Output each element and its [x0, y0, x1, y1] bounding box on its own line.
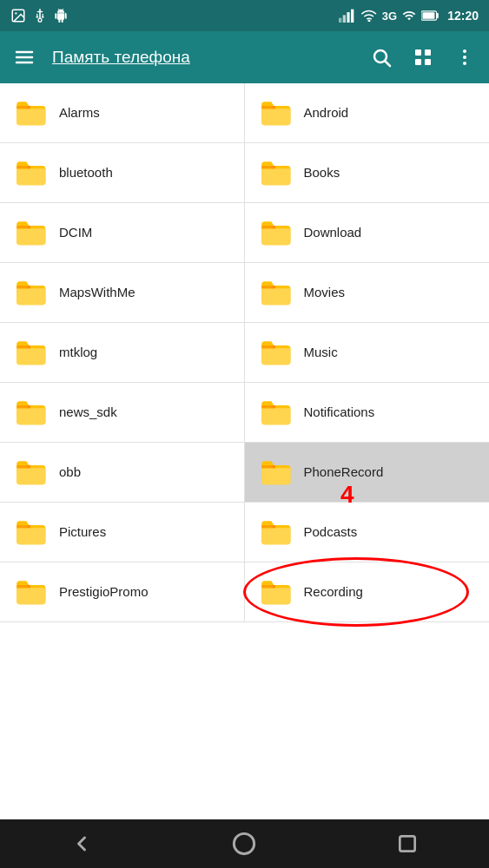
folder-name: Notifications [304, 404, 375, 420]
folder-item[interactable]: Alarms [0, 83, 245, 143]
folder-item[interactable]: PrestigioPromo [0, 562, 245, 622]
folder-item[interactable]: Music [245, 323, 490, 383]
network-label: 3G [382, 10, 397, 23]
svg-rect-12 [351, 10, 354, 23]
folder-icon [259, 339, 292, 366]
folder-icon [14, 398, 47, 426]
home-button[interactable] [218, 819, 270, 868]
file-grid: Alarms Android bluetooth Books DCIM Down… [0, 83, 489, 622]
folder-name: Download [304, 225, 362, 240]
recent-apps-button[interactable] [381, 819, 433, 868]
svg-rect-25 [425, 59, 431, 65]
folder-name: Books [304, 165, 340, 181]
folder-icon [259, 279, 292, 306]
svg-point-1 [15, 12, 17, 14]
file-list: Alarms Android bluetooth Books DCIM Down… [0, 83, 489, 819]
page-title: Память телефона [49, 48, 357, 67]
folder-icon [14, 279, 47, 306]
grid-view-button[interactable] [406, 40, 440, 75]
folder-name: DCIM [59, 225, 92, 240]
folder-item[interactable]: Android [245, 83, 490, 143]
status-bar: 3G 12:20 [0, 0, 489, 31]
folder-item[interactable]: Books [245, 143, 490, 203]
svg-point-26 [463, 49, 466, 53]
folder-name: Recording [304, 584, 363, 600]
svg-rect-46 [261, 585, 274, 588]
folder-item[interactable]: bluetooth [0, 143, 245, 203]
folder-item[interactable]: PhoneRecord [245, 443, 490, 503]
folder-name: Android [304, 105, 349, 121]
svg-rect-34 [261, 226, 274, 228]
folder-icon [14, 339, 47, 366]
folder-item[interactable]: Recording [245, 562, 490, 622]
navigation-bar [0, 819, 489, 868]
folder-item[interactable]: news_sdk [0, 383, 245, 443]
folder-item[interactable]: obb [0, 443, 245, 503]
back-button[interactable] [56, 819, 108, 868]
folder-item[interactable]: mtklog [0, 323, 245, 383]
folder-name: obb [59, 464, 81, 480]
more-options-button[interactable] [447, 40, 482, 75]
svg-point-47 [235, 833, 254, 853]
svg-rect-9 [339, 18, 341, 23]
svg-rect-48 [400, 836, 414, 851]
folder-name: Podcasts [304, 524, 358, 540]
svg-rect-30 [261, 106, 274, 108]
svg-point-27 [463, 56, 466, 59]
folder-item[interactable]: MapsWithMe [0, 263, 245, 323]
folder-icon [14, 458, 47, 486]
folder-name: Music [304, 345, 338, 360]
svg-rect-45 [17, 585, 29, 588]
svg-rect-39 [17, 405, 29, 408]
folder-item[interactable]: Podcasts [245, 503, 490, 562]
folder-icon [14, 159, 47, 187]
folder-name: Alarms [59, 105, 100, 121]
folder-item[interactable]: Notifications [245, 383, 490, 443]
svg-rect-16 [437, 13, 439, 18]
svg-rect-29 [17, 106, 29, 108]
signal-icon [402, 9, 416, 23]
folder-icon [259, 219, 292, 247]
svg-rect-33 [17, 226, 29, 228]
svg-rect-10 [343, 15, 346, 23]
search-button[interactable] [364, 40, 399, 75]
sim-icon [339, 9, 356, 23]
svg-point-28 [463, 62, 466, 65]
android-icon [54, 8, 68, 23]
svg-line-21 [386, 62, 391, 67]
svg-rect-35 [17, 286, 29, 288]
status-icons-left [10, 8, 68, 23]
usb-icon [33, 8, 47, 23]
svg-rect-8 [42, 16, 44, 18]
svg-rect-38 [261, 345, 274, 348]
folder-name: news_sdk [59, 404, 117, 420]
svg-rect-23 [425, 49, 431, 56]
svg-point-13 [368, 20, 370, 22]
svg-rect-36 [261, 286, 274, 288]
menu-button[interactable] [7, 40, 42, 75]
folder-name: mtklog [59, 345, 97, 360]
svg-rect-24 [415, 59, 421, 65]
folder-item[interactable]: Pictures [0, 503, 245, 562]
image-icon [10, 8, 26, 23]
folder-item[interactable]: DCIM [0, 203, 245, 263]
folder-item[interactable]: Movies [245, 263, 490, 323]
folder-name: PhoneRecord [304, 464, 384, 480]
svg-rect-32 [261, 166, 274, 168]
folder-item[interactable]: Download [245, 203, 490, 263]
svg-rect-15 [423, 12, 435, 18]
folder-icon [259, 99, 292, 127]
svg-rect-44 [261, 525, 274, 528]
svg-rect-40 [261, 405, 274, 408]
wifi-icon [361, 10, 377, 22]
folder-name: Pictures [59, 524, 106, 540]
folder-icon [14, 99, 47, 127]
svg-rect-41 [17, 465, 29, 468]
svg-rect-43 [17, 525, 29, 528]
svg-rect-31 [17, 166, 29, 168]
folder-icon [259, 578, 292, 606]
folder-icon [14, 518, 47, 546]
time-display: 12:20 [447, 9, 479, 23]
folder-icon [259, 458, 292, 486]
folder-icon [14, 219, 47, 247]
